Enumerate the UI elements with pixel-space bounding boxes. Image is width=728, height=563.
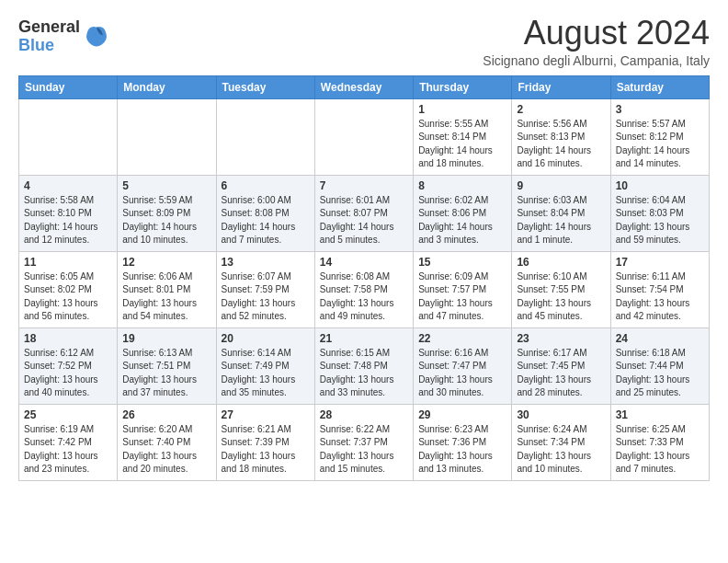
day-number: 7 [320, 179, 408, 192]
day-info: Sunrise: 5:58 AMSunset: 8:10 PMDaylight:… [24, 194, 112, 247]
calendar-week-2: 4Sunrise: 5:58 AMSunset: 8:10 PMDaylight… [19, 175, 710, 251]
day-number: 17 [616, 256, 704, 269]
calendar-cell: 30Sunrise: 6:24 AMSunset: 7:34 PMDayligh… [512, 404, 610, 480]
calendar-cell: 12Sunrise: 6:06 AMSunset: 8:01 PMDayligh… [118, 251, 216, 327]
day-info: Sunrise: 6:18 AMSunset: 7:44 PMDaylight:… [616, 347, 704, 400]
calendar-cell: 11Sunrise: 6:05 AMSunset: 8:02 PMDayligh… [19, 251, 118, 327]
calendar-body: 1Sunrise: 5:55 AMSunset: 8:14 PMDaylight… [19, 98, 710, 480]
calendar-cell: 6Sunrise: 6:00 AMSunset: 8:08 PMDaylight… [216, 175, 314, 251]
calendar-cell: 21Sunrise: 6:15 AMSunset: 7:48 PMDayligh… [314, 327, 413, 404]
day-info: Sunrise: 6:19 AMSunset: 7:42 PMDaylight:… [24, 423, 112, 477]
location-subtitle: Sicignano degli Alburni, Campania, Italy [483, 53, 710, 68]
calendar-cell: 5Sunrise: 5:59 AMSunset: 8:09 PMDaylight… [118, 175, 216, 251]
day-number: 23 [517, 332, 605, 345]
day-number: 3 [616, 103, 704, 116]
calendar-cell: 17Sunrise: 6:11 AMSunset: 7:54 PMDayligh… [610, 251, 709, 327]
day-number: 29 [418, 408, 506, 421]
calendar-cell [19, 98, 118, 175]
calendar-cell: 25Sunrise: 6:19 AMSunset: 7:42 PMDayligh… [19, 404, 118, 480]
calendar-cell: 3Sunrise: 5:57 AMSunset: 8:12 PMDaylight… [610, 98, 709, 175]
day-info: Sunrise: 6:24 AMSunset: 7:34 PMDaylight:… [517, 423, 605, 477]
calendar-cell: 10Sunrise: 6:04 AMSunset: 8:03 PMDayligh… [610, 175, 709, 251]
calendar-week-5: 25Sunrise: 6:19 AMSunset: 7:42 PMDayligh… [19, 404, 710, 480]
day-header-saturday: Saturday [610, 75, 709, 98]
day-info: Sunrise: 6:10 AMSunset: 7:55 PMDaylight:… [517, 270, 605, 324]
calendar-cell: 13Sunrise: 6:07 AMSunset: 7:59 PMDayligh… [216, 251, 314, 327]
day-info: Sunrise: 5:56 AMSunset: 8:13 PMDaylight:… [517, 118, 605, 171]
day-info: Sunrise: 6:22 AMSunset: 7:37 PMDaylight:… [320, 423, 408, 477]
day-info: Sunrise: 6:02 AMSunset: 8:06 PMDaylight:… [418, 194, 506, 247]
day-info: Sunrise: 6:09 AMSunset: 7:57 PMDaylight:… [418, 270, 506, 324]
day-header-thursday: Thursday [414, 75, 512, 98]
day-number: 20 [222, 332, 310, 345]
day-header-tuesday: Tuesday [216, 75, 314, 98]
day-number: 5 [122, 179, 210, 192]
day-info: Sunrise: 5:57 AMSunset: 8:12 PMDaylight:… [616, 118, 704, 171]
calendar-cell: 29Sunrise: 6:23 AMSunset: 7:36 PMDayligh… [414, 404, 512, 480]
day-number: 8 [418, 179, 506, 192]
calendar-cell: 2Sunrise: 5:56 AMSunset: 8:13 PMDaylight… [512, 98, 610, 175]
title-area: August 2024 Sicignano degli Alburni, Cam… [483, 15, 710, 68]
day-number: 27 [222, 408, 310, 421]
day-info: Sunrise: 6:23 AMSunset: 7:36 PMDaylight:… [418, 423, 506, 477]
calendar-cell: 24Sunrise: 6:18 AMSunset: 7:44 PMDayligh… [610, 327, 709, 404]
calendar-cell: 1Sunrise: 5:55 AMSunset: 8:14 PMDaylight… [414, 98, 512, 175]
header-row: SundayMondayTuesdayWednesdayThursdayFrid… [19, 75, 710, 98]
day-header-wednesday: Wednesday [314, 75, 413, 98]
calendar-cell: 18Sunrise: 6:12 AMSunset: 7:52 PMDayligh… [19, 327, 118, 404]
day-number: 1 [418, 103, 506, 116]
day-number: 30 [517, 408, 605, 421]
page-header: GeneralBlue August 2024 Sicignano degli … [18, 15, 710, 68]
calendar-cell: 9Sunrise: 6:03 AMSunset: 8:04 PMDaylight… [512, 175, 610, 251]
calendar-week-4: 18Sunrise: 6:12 AMSunset: 7:52 PMDayligh… [19, 327, 710, 404]
calendar-cell [118, 98, 216, 175]
day-info: Sunrise: 6:16 AMSunset: 7:47 PMDaylight:… [418, 347, 506, 400]
calendar-cell: 26Sunrise: 6:20 AMSunset: 7:40 PMDayligh… [118, 404, 216, 480]
calendar-cell: 16Sunrise: 6:10 AMSunset: 7:55 PMDayligh… [512, 251, 610, 327]
calendar-week-3: 11Sunrise: 6:05 AMSunset: 8:02 PMDayligh… [19, 251, 710, 327]
day-number: 21 [320, 332, 408, 345]
day-header-friday: Friday [512, 75, 610, 98]
day-info: Sunrise: 6:08 AMSunset: 7:58 PMDaylight:… [320, 270, 408, 324]
day-number: 6 [222, 179, 310, 192]
calendar-table: SundayMondayTuesdayWednesdayThursdayFrid… [18, 75, 710, 481]
day-number: 13 [222, 256, 310, 269]
calendar-cell: 4Sunrise: 5:58 AMSunset: 8:10 PMDaylight… [19, 175, 118, 251]
calendar-cell: 14Sunrise: 6:08 AMSunset: 7:58 PMDayligh… [314, 251, 413, 327]
calendar-cell: 8Sunrise: 6:02 AMSunset: 8:06 PMDaylight… [414, 175, 512, 251]
calendar-cell: 23Sunrise: 6:17 AMSunset: 7:45 PMDayligh… [512, 327, 610, 404]
day-number: 24 [616, 332, 704, 345]
day-info: Sunrise: 6:00 AMSunset: 8:08 PMDaylight:… [222, 194, 310, 247]
day-info: Sunrise: 6:12 AMSunset: 7:52 PMDaylight:… [24, 347, 112, 400]
day-number: 11 [24, 256, 112, 269]
day-number: 25 [24, 408, 112, 421]
day-number: 2 [517, 103, 605, 116]
day-header-sunday: Sunday [19, 75, 118, 98]
calendar-cell: 20Sunrise: 6:14 AMSunset: 7:49 PMDayligh… [216, 327, 314, 404]
day-number: 14 [320, 256, 408, 269]
day-number: 15 [418, 256, 506, 269]
day-number: 18 [24, 332, 112, 345]
day-info: Sunrise: 6:17 AMSunset: 7:45 PMDaylight:… [517, 347, 605, 400]
day-info: Sunrise: 6:14 AMSunset: 7:49 PMDaylight:… [222, 347, 310, 400]
logo-icon [84, 24, 109, 50]
calendar-cell: 22Sunrise: 6:16 AMSunset: 7:47 PMDayligh… [414, 327, 512, 404]
day-number: 28 [320, 408, 408, 421]
calendar-cell: 15Sunrise: 6:09 AMSunset: 7:57 PMDayligh… [414, 251, 512, 327]
day-number: 26 [122, 408, 210, 421]
day-number: 22 [418, 332, 506, 345]
day-info: Sunrise: 6:13 AMSunset: 7:51 PMDaylight:… [122, 347, 210, 400]
month-title: August 2024 [483, 15, 710, 52]
calendar-cell [314, 98, 413, 175]
day-number: 12 [122, 256, 210, 269]
day-info: Sunrise: 6:01 AMSunset: 8:07 PMDaylight:… [320, 194, 408, 247]
day-info: Sunrise: 6:25 AMSunset: 7:33 PMDaylight:… [616, 423, 704, 477]
calendar-cell: 7Sunrise: 6:01 AMSunset: 8:07 PMDaylight… [314, 175, 413, 251]
calendar-week-1: 1Sunrise: 5:55 AMSunset: 8:14 PMDaylight… [19, 98, 710, 175]
day-number: 31 [616, 408, 704, 421]
logo: GeneralBlue [18, 18, 109, 55]
day-info: Sunrise: 6:04 AMSunset: 8:03 PMDaylight:… [616, 194, 704, 247]
day-number: 9 [517, 179, 605, 192]
day-info: Sunrise: 5:55 AMSunset: 8:14 PMDaylight:… [418, 118, 506, 171]
logo-text: GeneralBlue [18, 18, 80, 55]
